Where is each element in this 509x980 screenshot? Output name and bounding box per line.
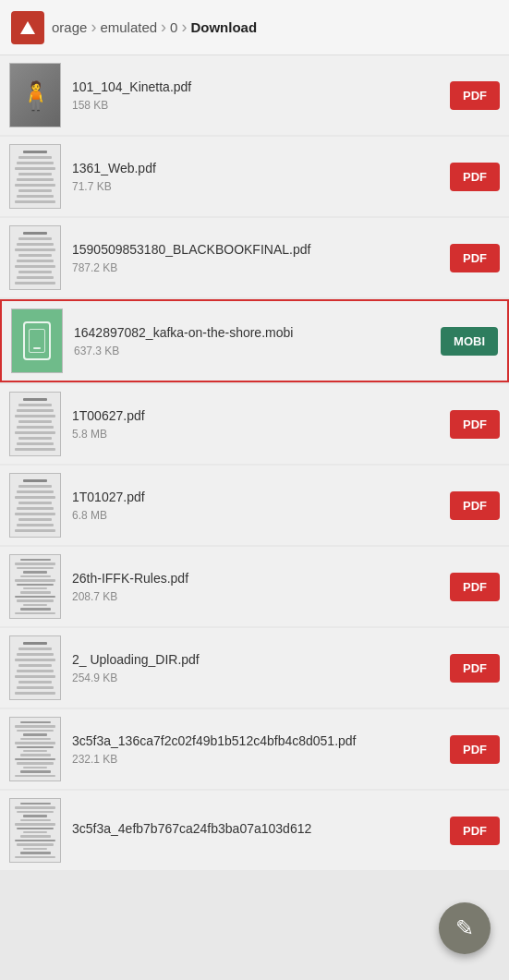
file-info: 1T00627.pdf5.8 MB: [72, 407, 441, 440]
file-thumbnail: [9, 554, 61, 619]
file-name: 2_ Uploading_DIR.pdf: [72, 651, 441, 668]
file-type-badge[interactable]: PDF: [450, 654, 500, 683]
file-thumbnail: [9, 473, 61, 538]
file-type-badge[interactable]: PDF: [450, 163, 500, 191]
file-type-badge[interactable]: MOBI: [441, 327, 498, 356]
file-name: 3c5f3a_136ca7f2c02f49b1b512c4bfb4c8d051.…: [72, 732, 441, 749]
list-item[interactable]: 1590509853180_BLACKBOOKFINAL.pdf787.2 KB…: [0, 218, 509, 297]
file-name: 1T01027.pdf: [72, 489, 441, 505]
file-name: 26th-IFFK-Rules.pdf: [72, 570, 441, 587]
file-list: 🧍101_104_Kinetta.pdf158 KBPDF1361_Web.pd…: [0, 55, 509, 870]
file-info: 101_104_Kinetta.pdf158 KB: [72, 79, 441, 111]
breadcrumb-storage[interactable]: orage: [52, 19, 87, 35]
breadcrumb-emulated[interactable]: emulated: [100, 19, 157, 35]
breadcrumb: orage › emulated › 0 › Download: [52, 18, 498, 37]
file-type-badge[interactable]: PDF: [450, 735, 500, 764]
list-item[interactable]: 3c5f3a_136ca7f2c02f49b1b512c4bfb4c8d051.…: [0, 709, 509, 789]
fab-edit-button[interactable]: ✎: [439, 902, 491, 954]
file-name: 1361_Web.pdf: [72, 160, 441, 176]
list-item[interactable]: 1642897082_kafka-on-the-shore.mobi637.3 …: [0, 299, 509, 382]
file-thumbnail: [11, 309, 63, 373]
file-type-badge[interactable]: PDF: [450, 491, 500, 520]
file-thumbnail: [9, 225, 61, 290]
file-size: 71.7 KB: [72, 180, 441, 193]
file-name: 1590509853180_BLACKBOOKFINAL.pdf: [72, 241, 441, 258]
list-item[interactable]: 1361_Web.pdf71.7 KBPDF: [0, 137, 509, 216]
list-item[interactable]: 2_ Uploading_DIR.pdf254.9 KBPDF: [0, 628, 509, 708]
file-info: 26th-IFFK-Rules.pdf208.7 KB: [72, 570, 441, 602]
file-name: 101_104_Kinetta.pdf: [72, 79, 441, 95]
list-item[interactable]: 26th-IFFK-Rules.pdf208.7 KBPDF: [0, 547, 509, 626]
file-type-badge[interactable]: PDF: [450, 573, 500, 601]
edit-icon: ✎: [455, 917, 474, 939]
breadcrumb-sep-2: ›: [161, 18, 166, 37]
file-thumbnail: [9, 392, 61, 456]
file-info: 3c5f3a_4efb7b767ca24fb3ba07a103d612: [72, 820, 441, 840]
file-name: 3c5f3a_4efb7b767ca24fb3ba07a103d612: [72, 820, 441, 837]
list-item[interactable]: 1T00627.pdf5.8 MBPDF: [0, 384, 509, 464]
file-info: 1361_Web.pdf71.7 KB: [72, 160, 441, 192]
breadcrumb-zero[interactable]: 0: [170, 19, 177, 35]
breadcrumb-sep-1: ›: [91, 18, 96, 37]
file-size: 232.1 KB: [72, 753, 441, 766]
file-size: 637.3 KB: [74, 345, 431, 357]
file-type-badge[interactable]: PDF: [450, 81, 500, 110]
file-thumbnail: [9, 635, 61, 700]
file-size: 208.7 KB: [72, 590, 441, 603]
file-size: 787.2 KB: [72, 261, 441, 274]
file-type-badge[interactable]: PDF: [450, 244, 500, 272]
list-item[interactable]: 3c5f3a_4efb7b767ca24fb3ba07a103d612PDF: [0, 791, 509, 870]
file-size: 6.8 MB: [72, 509, 441, 522]
file-info: 1642897082_kafka-on-the-shore.mobi637.3 …: [74, 324, 431, 357]
file-info: 1T01027.pdf6.8 MB: [72, 489, 441, 521]
file-name: 1T00627.pdf: [72, 407, 441, 424]
file-size: 5.8 MB: [72, 428, 441, 441]
file-thumbnail: 🧍: [9, 63, 61, 127]
breadcrumb-download[interactable]: Download: [190, 19, 257, 35]
app-icon: [11, 11, 44, 44]
header: orage › emulated › 0 › Download: [0, 0, 509, 55]
file-name: 1642897082_kafka-on-the-shore.mobi: [74, 324, 431, 341]
list-item[interactable]: 🧍101_104_Kinetta.pdf158 KBPDF: [0, 55, 509, 135]
file-info: 1590509853180_BLACKBOOKFINAL.pdf787.2 KB: [72, 241, 441, 273]
file-thumbnail: [9, 144, 61, 209]
file-info: 2_ Uploading_DIR.pdf254.9 KB: [72, 651, 441, 684]
file-type-badge[interactable]: PDF: [450, 817, 500, 845]
file-type-badge[interactable]: PDF: [450, 410, 500, 439]
file-thumbnail: [9, 798, 61, 863]
file-thumbnail: [9, 717, 61, 781]
list-item[interactable]: 1T01027.pdf6.8 MBPDF: [0, 466, 509, 545]
file-info: 3c5f3a_136ca7f2c02f49b1b512c4bfb4c8d051.…: [72, 732, 441, 765]
breadcrumb-sep-3: ›: [181, 18, 187, 37]
file-size: 254.9 KB: [72, 671, 441, 684]
file-size: 158 KB: [72, 99, 441, 112]
